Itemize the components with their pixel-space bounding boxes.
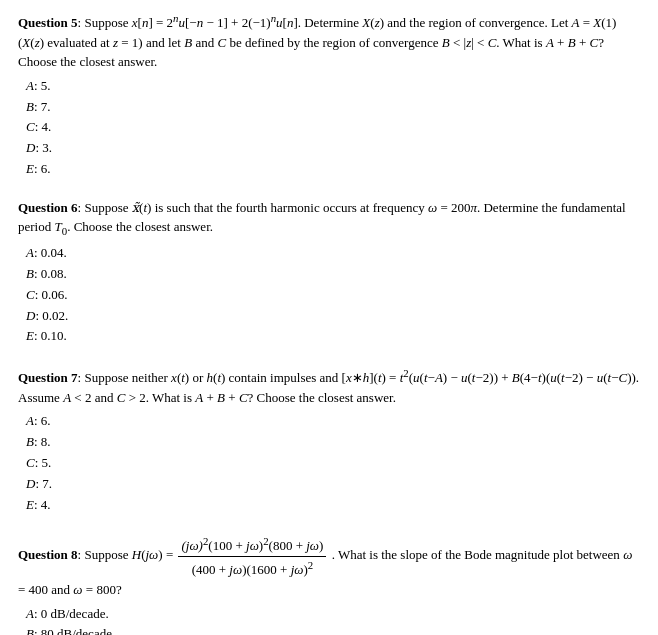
answer-item: B: 7. [26, 97, 640, 118]
question-7-label: Question 7 [18, 370, 78, 385]
question-5-answers: A: 5. B: 7. C: 4. D: 3. E: 6. [26, 76, 640, 180]
answer-item: E: 6. [26, 159, 640, 180]
question-6-text: Question 6: Suppose x̃(t) is such that t… [18, 198, 640, 239]
answer-item: D: 3. [26, 138, 640, 159]
question-7-text: Question 7: Suppose neither x(t) or h(t)… [18, 365, 640, 407]
question-7: Question 7: Suppose neither x(t) or h(t)… [18, 365, 640, 515]
question-7-answers: A: 6. B: 8. C: 5. D: 7. E: 4. [26, 411, 640, 515]
question-5: Question 5: Suppose x[n] = 2nu[−n − 1] +… [18, 10, 640, 180]
answer-item: A: 5. [26, 76, 640, 97]
answer-item: C: 0.06. [26, 285, 640, 306]
question-6-label: Question 6 [18, 200, 78, 215]
question-6-answers: A: 0.04. B: 0.08. C: 0.06. D: 0.02. E: 0… [26, 243, 640, 347]
question-5-label: Question 5 [18, 15, 78, 30]
answer-item: B: 0.08. [26, 264, 640, 285]
answer-item: B: 8. [26, 432, 640, 453]
answer-item: C: 5. [26, 453, 640, 474]
answer-item: A: 0.04. [26, 243, 640, 264]
question-8-answers: A: 0 dB/decade. B: 80 dB/decade. C: 60 d… [26, 604, 640, 635]
answer-item: E: 0.10. [26, 326, 640, 347]
question-5-text: Question 5: Suppose x[n] = 2nu[−n − 1] +… [18, 10, 640, 72]
answer-item: E: 4. [26, 495, 640, 516]
question-8: Question 8: Suppose H(jω) = (jω)2(100 + … [18, 533, 640, 635]
question-6: Question 6: Suppose x̃(t) is such that t… [18, 198, 640, 347]
answer-item: B: 80 dB/decade. [26, 624, 640, 635]
question-8-label: Question 8 [18, 548, 78, 563]
answer-item: D: 7. [26, 474, 640, 495]
answer-item: D: 0.02. [26, 306, 640, 327]
answer-item: A: 6. [26, 411, 640, 432]
question-8-text: Question 8: Suppose H(jω) = (jω)2(100 + … [18, 533, 640, 599]
answer-item: C: 4. [26, 117, 640, 138]
answer-item: A: 0 dB/decade. [26, 604, 640, 625]
